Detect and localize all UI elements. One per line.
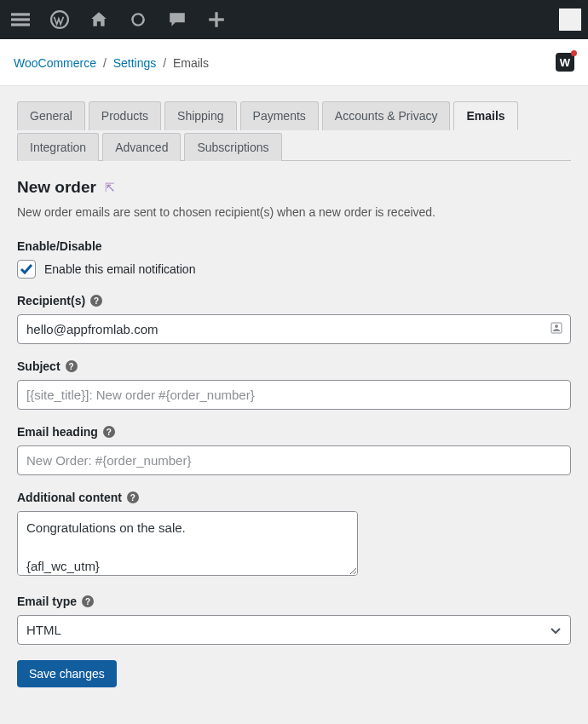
breadcrumb-sep: / [103, 56, 107, 70]
save-button[interactable]: Save changes [17, 660, 117, 687]
help-icon[interactable]: ? [90, 295, 102, 307]
home-icon[interactable] [85, 6, 112, 33]
additional-textarea[interactable] [17, 511, 358, 576]
svg-rect-1 [11, 18, 30, 20]
admin-bar [0, 0, 588, 39]
tab-payments[interactable]: Payments [240, 101, 319, 130]
page-header: WooCommerce / Settings / Emails W [0, 39, 588, 86]
breadcrumb-root[interactable]: WooCommerce [14, 56, 96, 70]
section-desc: New order emails are sent to chosen reci… [17, 205, 571, 219]
breadcrumb: WooCommerce / Settings / Emails [14, 46, 574, 85]
breadcrumb-settings[interactable]: Settings [113, 56, 157, 70]
tab-general[interactable]: General [17, 101, 85, 130]
field-enable: Enable/Disable Enable this email notific… [17, 239, 571, 279]
add-icon[interactable] [203, 6, 230, 33]
enable-label: Enable/Disable [17, 239, 571, 253]
back-link-icon[interactable]: ⇱ [105, 181, 115, 194]
breadcrumb-current: Emails [173, 56, 209, 70]
recipient-input[interactable] [17, 314, 571, 344]
enable-checkbox[interactable] [17, 260, 36, 279]
additional-label: Additional content [17, 491, 122, 504]
tab-advanced[interactable]: Advanced [102, 133, 181, 161]
inbox-badge[interactable]: W [556, 53, 574, 72]
tab-shipping[interactable]: Shipping [164, 101, 237, 130]
heading-input[interactable] [17, 445, 571, 475]
subject-label: Subject [17, 359, 61, 373]
field-additional: Additional content? [17, 491, 571, 579]
breadcrumb-sep: / [163, 56, 166, 70]
tab-emails[interactable]: Emails [453, 101, 517, 130]
enable-checkbox-label: Enable this email notification [44, 262, 195, 276]
recipient-label: Recipient(s) [17, 294, 85, 307]
svg-rect-2 [11, 23, 30, 26]
page-title: New order [17, 178, 96, 197]
field-email-type: Email type? HTML [17, 595, 571, 645]
help-icon[interactable]: ? [103, 426, 115, 438]
heading-label: Email heading [17, 425, 98, 439]
menu-icon[interactable] [7, 6, 34, 33]
tab-accounts-privacy[interactable]: Accounts & Privacy [322, 101, 451, 130]
admin-bar-left [7, 6, 230, 33]
svg-rect-5 [209, 18, 224, 20]
refresh-icon[interactable] [124, 6, 152, 33]
avatar[interactable] [559, 9, 581, 31]
subject-input[interactable] [17, 380, 571, 410]
tab-integration[interactable]: Integration [17, 133, 99, 161]
notification-dot-icon [571, 50, 577, 56]
field-recipient: Recipient(s)? [17, 294, 571, 344]
svg-rect-0 [11, 13, 30, 15]
comment-icon[interactable] [164, 6, 191, 33]
tabs: GeneralProductsShippingPaymentsAccounts … [17, 101, 571, 161]
tab-products[interactable]: Products [89, 101, 161, 130]
wordpress-icon[interactable] [46, 6, 73, 33]
help-icon[interactable]: ? [127, 491, 139, 503]
email-type-select[interactable]: HTML [17, 615, 571, 645]
help-icon[interactable]: ? [82, 595, 94, 607]
field-subject: Subject? [17, 359, 571, 410]
email-type-label: Email type [17, 595, 77, 608]
content: GeneralProductsShippingPaymentsAccounts … [0, 101, 588, 713]
section-title: New order ⇱ [17, 178, 571, 197]
tab-subscriptions[interactable]: Subscriptions [184, 133, 281, 161]
help-icon[interactable]: ? [66, 360, 78, 372]
field-heading: Email heading? [17, 425, 571, 475]
